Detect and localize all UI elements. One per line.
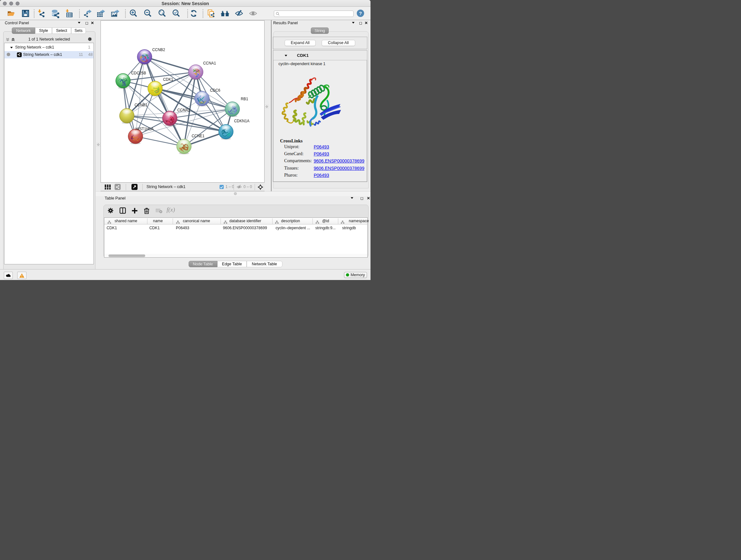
svg-text:CCNA2: CCNA2 — [177, 108, 190, 112]
svg-text:CDC6: CDC6 — [210, 88, 220, 92]
svg-text:CDKN1A: CDKN1A — [234, 118, 249, 123]
svg-text:CDC25B: CDC25B — [131, 71, 146, 75]
svg-text:RB1: RB1 — [241, 97, 248, 101]
svg-text:CCNE1: CCNE1 — [192, 134, 205, 138]
svg-text:CCNA1: CCNA1 — [203, 61, 216, 65]
svg-text:HIST1H1A: HIST1H1A — [135, 126, 153, 131]
svg-text:CCNB1: CCNB1 — [134, 103, 147, 107]
svg-text:CDK1: CDK1 — [163, 77, 173, 81]
svg-text:CCNB2: CCNB2 — [152, 48, 165, 52]
